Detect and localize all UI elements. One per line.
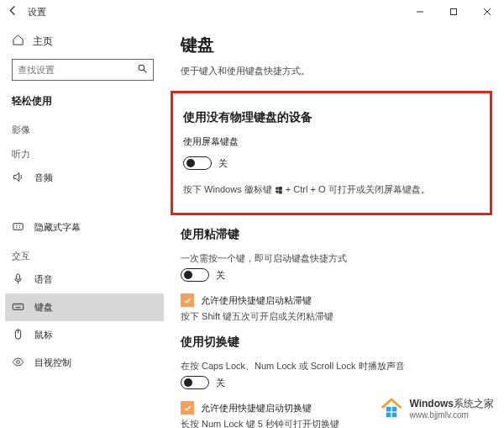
eye-icon bbox=[12, 356, 24, 370]
sidebar-item-label: 音频 bbox=[34, 172, 53, 184]
osk-hint: 按下 Windows 徽标键 + Ctrl + O 可打开或关闭屏幕键盘。 bbox=[183, 183, 480, 196]
sidebar-group-hearing: 听力 bbox=[5, 140, 164, 164]
toggle-state: 关 bbox=[216, 269, 225, 282]
page-subtitle: 便于键入和使用键盘快捷方式。 bbox=[181, 65, 492, 77]
sidebar-item-captions[interactable]: 隐藏式字幕 bbox=[5, 214, 164, 241]
svg-line-5 bbox=[144, 70, 146, 72]
speech-icon bbox=[12, 272, 24, 287]
sticky-hint: 按下 Shift 键五次可开启或关闭粘滞键 bbox=[181, 310, 492, 323]
back-icon[interactable] bbox=[7, 4, 19, 19]
osk-toggle[interactable]: 关 bbox=[183, 156, 228, 170]
sidebar-item-label: 键盘 bbox=[34, 301, 53, 314]
svg-rect-1 bbox=[451, 9, 457, 15]
search-box[interactable] bbox=[12, 59, 154, 81]
sidebar-item-eye[interactable]: 目视控制 bbox=[5, 349, 164, 377]
sidebar-item-mouse[interactable]: 鼠标 bbox=[5, 321, 164, 349]
close-button[interactable] bbox=[470, 0, 504, 24]
svg-rect-15 bbox=[392, 413, 397, 418]
search-input[interactable] bbox=[18, 65, 137, 75]
window-title: 设置 bbox=[28, 6, 46, 18]
group-title-sticky: 使用粘滞键 bbox=[181, 227, 492, 242]
svg-rect-13 bbox=[392, 407, 397, 412]
sidebar-item-label: 语音 bbox=[34, 273, 53, 286]
sticky-checkbox-row[interactable]: 允许使用快捷键启动粘滞键 bbox=[181, 293, 492, 307]
title-bar: 设置 bbox=[0, 0, 504, 24]
togglekeys-desc: 在按 Caps Lock、Num Lock 或 Scroll Lock 时播放声… bbox=[181, 360, 492, 373]
audio-icon bbox=[12, 171, 24, 185]
toggle-track bbox=[183, 156, 212, 170]
toggle-track bbox=[181, 268, 209, 282]
captions-icon bbox=[12, 220, 24, 235]
svg-point-11 bbox=[17, 361, 20, 364]
sidebar-item-speech[interactable]: 语音 bbox=[5, 266, 164, 293]
keyboard-icon bbox=[12, 300, 24, 314]
sidebar-item-label: 鼠标 bbox=[34, 329, 53, 341]
svg-point-4 bbox=[139, 65, 144, 71]
watermark-logo-icon bbox=[379, 395, 404, 423]
sidebar-item-label: 隐藏式字幕 bbox=[34, 221, 81, 234]
window-controls bbox=[403, 0, 504, 24]
windows-key-icon bbox=[275, 186, 283, 194]
svg-rect-6 bbox=[13, 224, 23, 230]
maximize-button[interactable] bbox=[437, 0, 470, 24]
toggle-state: 关 bbox=[218, 157, 228, 170]
group-title-osk: 使用没有物理键盘的设备 bbox=[183, 110, 480, 125]
sticky-toggle[interactable]: 关 bbox=[181, 268, 225, 282]
sidebar-item-label: 目视控制 bbox=[34, 357, 71, 369]
sidebar-item-audio[interactable]: 音频 bbox=[5, 164, 164, 192]
highlight-box: 使用没有物理键盘的设备 使用屏幕键盘 关 按下 Windows 徽标键 + Ct… bbox=[171, 91, 492, 215]
home-link[interactable]: 主页 bbox=[5, 27, 164, 55]
main-panel: 键盘 便于键入和使用键盘快捷方式。 使用没有物理键盘的设备 使用屏幕键盘 关 按… bbox=[164, 24, 504, 428]
osk-label: 使用屏幕键盘 bbox=[183, 135, 480, 148]
search-icon bbox=[137, 63, 148, 77]
sidebar-group-vision: 影像 bbox=[5, 115, 164, 140]
home-icon bbox=[12, 34, 24, 49]
sidebar-item-keyboard[interactable]: 键盘 bbox=[5, 293, 164, 321]
sidebar-group-captions-spacer bbox=[5, 192, 164, 214]
sidebar-group-interaction: 交互 bbox=[5, 241, 164, 266]
checkbox-checked-icon bbox=[181, 401, 194, 415]
svg-rect-7 bbox=[17, 274, 20, 280]
home-label: 主页 bbox=[33, 34, 53, 49]
watermark-url: www.bjjmlv.com bbox=[409, 410, 494, 420]
sidebar-section-title: 轻松使用 bbox=[5, 89, 164, 115]
group-title-togglekeys: 使用切换键 bbox=[181, 335, 492, 350]
checkbox-label: 允许使用快捷键启动粘滞键 bbox=[201, 294, 312, 307]
checkbox-label: 允许使用快捷键启动切换键 bbox=[201, 402, 312, 415]
watermark-brand: Windows系统之家 bbox=[409, 399, 494, 410]
minimize-button[interactable] bbox=[403, 0, 437, 24]
mouse-icon bbox=[12, 328, 24, 342]
svg-rect-14 bbox=[386, 413, 391, 418]
toggle-track bbox=[181, 376, 209, 389]
checkbox-checked-icon bbox=[181, 293, 194, 307]
togglekeys-toggle[interactable]: 关 bbox=[181, 376, 225, 389]
page-title: 键盘 bbox=[181, 34, 492, 56]
watermark: Windows系统之家 www.bjjmlv.com bbox=[375, 394, 497, 425]
sticky-desc: 一次需按一个键，即可启动键盘快捷方式 bbox=[181, 252, 492, 265]
toggle-state: 关 bbox=[216, 377, 225, 389]
sidebar: 主页 轻松使用 影像 听力 音频 bbox=[0, 24, 164, 428]
svg-rect-8 bbox=[13, 304, 24, 309]
svg-rect-12 bbox=[386, 407, 391, 412]
